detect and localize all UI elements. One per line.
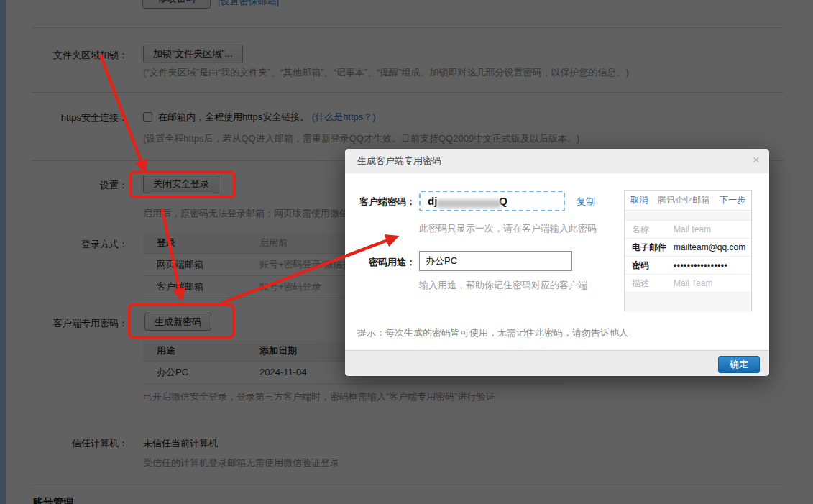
client-row-password: 密码 ••••••••••••••••: [625, 257, 751, 275]
dialog-tip: 提示：每次生成的密码皆可使用，无需记住此密码，请勿告诉他人: [357, 326, 628, 339]
client-header: 取消 腾讯企业邮箱 下一步: [625, 191, 751, 211]
ok-button[interactable]: 确定: [718, 356, 760, 373]
client-row-description: 描述 Mail Team: [625, 275, 751, 293]
close-icon[interactable]: ×: [753, 149, 760, 172]
client-password-value: dj▅▅▅▅▅▅▅▅▅Q: [419, 191, 565, 211]
field-label: 名称: [632, 224, 674, 236]
field-label: 电子邮件: [632, 242, 674, 254]
usage-hint: 输入用途，帮助你记住密码对应的客户端: [419, 279, 587, 292]
client-next-link: 下一步: [720, 194, 745, 206]
field-value: Mail Team: [674, 278, 712, 288]
client-title: 腾讯企业邮箱: [658, 194, 709, 206]
copy-link[interactable]: 复制: [577, 196, 595, 209]
screenshot-stage: 修改密码 [设置密保邮箱] 文件夹区域加锁： 加锁“文件夹区域”... (“文件…: [0, 0, 813, 504]
field-value: ••••••••••••••••: [674, 260, 727, 270]
password-usage-label: 密码用途：: [351, 256, 415, 269]
generate-client-password-dialog: 生成客户端专用密码 × 客户端密码： dj▅▅▅▅▅▅▅▅▅Q 复制 此密码只显…: [345, 149, 769, 376]
client-row-email: 电子邮件 mailteam@qq.com: [625, 239, 751, 257]
mail-client-screenshot: 取消 腾讯企业邮箱 下一步 名称 Mail team 电子邮件 mailteam…: [624, 190, 752, 311]
password-suffix: Q: [499, 195, 507, 207]
password-redacted: ▅▅▅▅▅▅▅▅▅: [437, 195, 499, 207]
dialog-title: 生成客户端专用密码: [345, 149, 769, 173]
client-group-gap: [625, 293, 751, 312]
field-label: 密码: [632, 260, 674, 272]
field-value: mailteam@qq.com: [674, 242, 745, 252]
client-password-field-label: 客户端密码：: [351, 196, 415, 209]
client-row-name: 名称 Mail team: [625, 221, 751, 239]
password-prefix: dj: [428, 195, 437, 207]
client-cancel-link: 取消: [630, 194, 648, 206]
password-once-hint: 此密码只显示一次，请在客户端输入此密码: [419, 222, 597, 235]
field-value: Mail team: [674, 224, 711, 234]
client-group-gap: [625, 211, 751, 221]
dialog-footer: 确定: [345, 350, 769, 376]
password-usage-input[interactable]: [419, 251, 572, 271]
field-label: 描述: [632, 278, 674, 290]
